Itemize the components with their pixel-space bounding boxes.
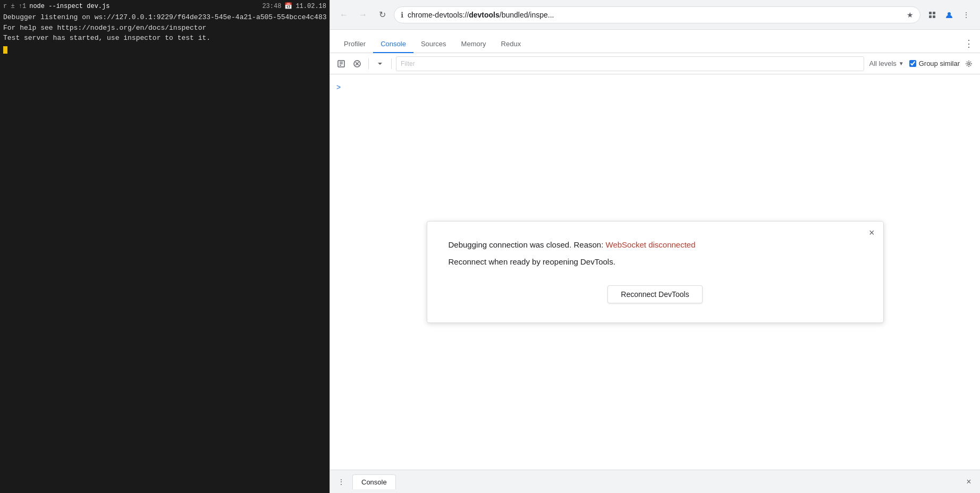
context-dropdown[interactable]: [373, 57, 387, 71]
devtools-toolbar: All levels ▼ Group similar: [330, 53, 980, 74]
dialog-reason-prefix: Debugging connection was closed. Reason:: [449, 240, 606, 249]
terminal-date: 11.02.18: [295, 3, 326, 10]
svg-rect-0: [929, 12, 932, 14]
dialog-message: Debugging connection was closed. Reason:…: [449, 239, 862, 251]
bookmark-icon[interactable]: ★: [907, 11, 914, 19]
terminal-calendar-icon: 📅: [284, 2, 292, 10]
terminal-time: 23:48: [262, 3, 281, 10]
bottom-console-tab[interactable]: Console: [352, 474, 396, 489]
tabs-more-menu[interactable]: ⋮: [964, 38, 974, 53]
terminal-panel: r ± ↑1 node --inspect dev.js 23:48 📅 11.…: [0, 0, 330, 493]
group-similar-text: Group similar: [919, 60, 960, 67]
terminal-line-3: For help see https://nodejs.org/en/docs/…: [3, 23, 326, 33]
disconnect-dialog: × Debugging connection was closed. Reaso…: [427, 221, 884, 323]
levels-label: All levels: [869, 60, 897, 67]
bottom-close-button[interactable]: ×: [962, 475, 976, 489]
dialog-container: × Debugging connection was closed. Reaso…: [330, 74, 980, 470]
filter-input[interactable]: [396, 56, 864, 71]
clear-button[interactable]: [350, 57, 364, 71]
browser-actions: ⋮: [925, 7, 974, 22]
terminal-cursor-line: [3, 44, 326, 54]
dialog-actions: Reconnect DevTools: [449, 285, 862, 303]
svg-rect-2: [929, 15, 932, 18]
extensions-button[interactable]: [925, 7, 940, 22]
account-button[interactable]: [942, 7, 957, 22]
url-text: chrome-devtools://devtools/bundled/inspe…: [408, 11, 902, 19]
levels-select[interactable]: All levels ▼: [866, 60, 907, 67]
toolbar-separator: [368, 58, 369, 69]
reload-button[interactable]: ↻: [375, 7, 390, 22]
toolbar-separator-2: [391, 58, 392, 69]
terminal-cursor: [3, 46, 7, 54]
url-bold-part: devtools: [469, 11, 500, 19]
devtools: Profiler Console Sources Memory Redux ⋮: [330, 30, 980, 493]
tab-sources[interactable]: Sources: [413, 36, 454, 53]
browser-chrome: ← → ↻ ℹ chrome-devtools://devtools/bundl…: [330, 0, 980, 30]
dialog-close-button[interactable]: ×: [869, 228, 875, 237]
group-similar-label[interactable]: Group similar: [909, 60, 960, 67]
settings-button[interactable]: [962, 57, 976, 71]
address-bar: ℹ chrome-devtools://devtools/bundled/ins…: [394, 6, 920, 23]
group-similar-checkbox[interactable]: [909, 60, 916, 67]
svg-rect-1: [933, 12, 935, 14]
terminal-command: node --inspect dev.js: [29, 3, 109, 10]
tab-redux[interactable]: Redux: [494, 36, 529, 53]
url-suffix: /bundled/inspe...: [500, 11, 554, 19]
browser-panel: ← → ↻ ℹ chrome-devtools://devtools/bundl…: [330, 0, 980, 493]
devtools-tabs: Profiler Console Sources Memory Redux ⋮: [330, 30, 980, 53]
terminal-body: Debugger listening on ws://127.0.0.1:922…: [3, 12, 326, 54]
terminal-prompt: r ± ↑1: [3, 3, 26, 10]
tab-console[interactable]: Console: [373, 36, 413, 53]
back-button[interactable]: ←: [336, 7, 351, 22]
svg-rect-3: [933, 15, 935, 18]
chevron-down-icon: ▼: [899, 61, 904, 66]
info-icon: ℹ: [401, 11, 403, 19]
devtools-content: > × Debugging connection was closed. Rea…: [330, 74, 980, 470]
forward-button[interactable]: →: [356, 7, 370, 22]
dialog-submessage: Reconnect when ready by reopening DevToo…: [449, 256, 862, 268]
terminal-line-1: Debugger listening on ws://127.0.0.1:922…: [3, 12, 326, 23]
tab-memory[interactable]: Memory: [454, 36, 494, 53]
devtools-bottom-bar: ⋮ Console ×: [330, 470, 980, 493]
tab-profiler[interactable]: Profiler: [336, 36, 373, 53]
bottom-menu-button[interactable]: ⋮: [334, 475, 348, 489]
menu-button[interactable]: ⋮: [959, 7, 974, 22]
url-prefix: chrome-devtools://: [408, 11, 469, 19]
reconnect-button[interactable]: Reconnect DevTools: [607, 285, 702, 303]
svg-point-12: [968, 63, 970, 65]
terminal-line-4: Test server has started, use inspector t…: [3, 33, 326, 44]
websocket-disconnected-link[interactable]: WebSocket disconnected: [606, 240, 696, 249]
execute-button[interactable]: [334, 57, 348, 71]
terminal-titlebar: r ± ↑1 node --inspect dev.js 23:48 📅 11.…: [3, 2, 326, 10]
console-prompt[interactable]: >: [336, 83, 341, 91]
